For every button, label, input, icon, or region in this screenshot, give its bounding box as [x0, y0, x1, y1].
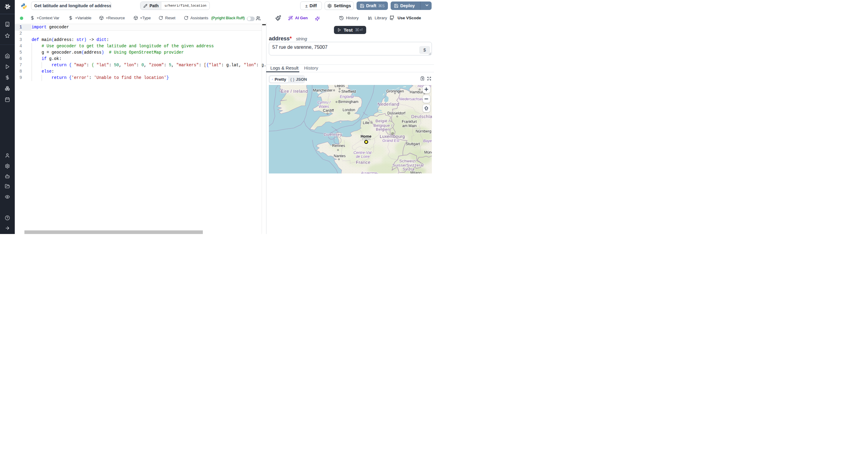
svg-text:Luxembourg: Luxembourg: [379, 134, 405, 139]
svg-text:England: England: [340, 95, 354, 99]
svg-text:Deutschland: Deutschland: [411, 114, 432, 119]
svg-text:Auvergne-: Auvergne-: [361, 171, 378, 174]
svg-text:Leeds: Leeds: [334, 85, 344, 88]
svg-text:Centre-Val: Centre-Val: [353, 151, 372, 155]
svg-text:Nantes: Nantes: [334, 154, 346, 158]
svg-text:Frankfurt: Frankfurt: [401, 120, 417, 124]
svg-text:Guernsey: Guernsey: [324, 132, 342, 137]
svg-text:London: London: [342, 108, 355, 112]
svg-text:Éire / Ireland: Éire / Ireland: [281, 89, 308, 94]
svg-text:Rennes: Rennes: [332, 144, 345, 148]
svg-text:Manchester: Manchester: [313, 88, 333, 93]
svg-text:de Loire: de Loire: [355, 155, 369, 159]
svg-text:Birmingham: Birmingham: [338, 100, 358, 104]
svg-text:Grand Est: Grand Est: [382, 138, 399, 143]
svg-text:München: München: [424, 150, 432, 155]
svg-text:Groningen: Groningen: [386, 89, 404, 93]
svg-text:België /: België /: [375, 119, 390, 123]
svg-text:Bayern: Bayern: [423, 139, 432, 143]
svg-text:Stuttgart: Stuttgart: [405, 142, 420, 146]
svg-text:Nürnberg: Nürnberg: [415, 129, 431, 133]
svg-text:Nederland: Nederland: [377, 102, 399, 107]
svg-text:Niedersachsen: Niedersachsen: [399, 97, 424, 101]
svg-text:am Main: am Main: [402, 124, 416, 128]
svg-text:Sheffield: Sheffield: [341, 90, 355, 94]
svg-text:Cymru /: Cymru /: [317, 100, 331, 104]
svg-text:Wales: Wales: [318, 104, 329, 109]
svg-text:Milano: Milano: [410, 171, 421, 174]
svg-text:Cardiff: Cardiff: [323, 108, 334, 113]
svg-text:Lille: Lille: [363, 121, 369, 125]
svg-text:Belgien: Belgien: [375, 127, 390, 132]
svg-text:France: France: [355, 160, 370, 165]
svg-text:Düsseldorf: Düsseldorf: [387, 111, 405, 115]
